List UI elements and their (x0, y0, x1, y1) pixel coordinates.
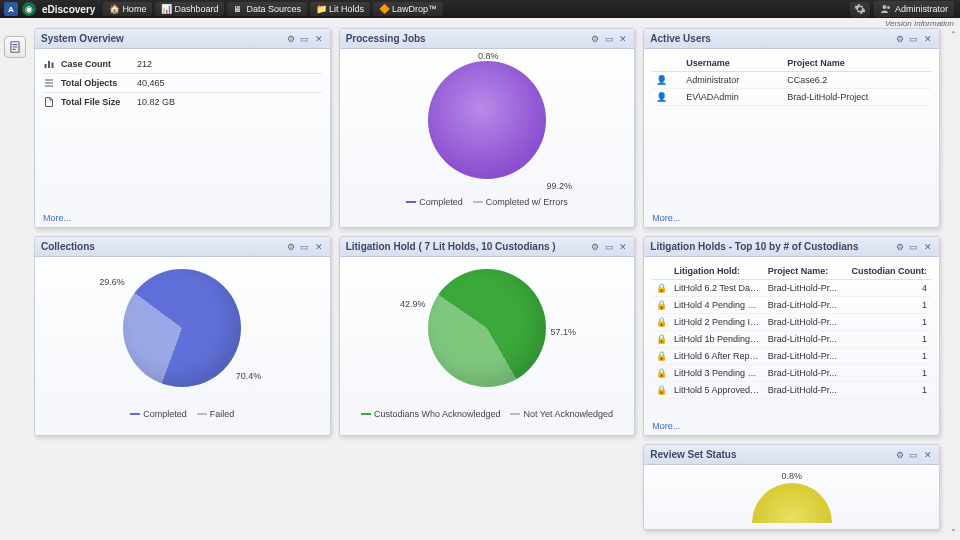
maximize-icon[interactable]: ▭ (909, 34, 919, 44)
processing-pie: 0.8% 99.2% (428, 61, 546, 179)
top10-table: Litigation Hold:Project Name:Custodian C… (652, 263, 931, 399)
refresh-icon[interactable]: ⚙ (590, 242, 600, 252)
svg-rect-4 (48, 61, 50, 68)
user-menu[interactable]: Administrator (874, 1, 954, 17)
table-row: 🔒LitHold 2 Pending IT Acknowledge...Brad… (652, 314, 931, 331)
table-row: 🔒LitHold 6.2 Test DashboardBrad-LitHold-… (652, 280, 931, 297)
svg-point-1 (887, 6, 890, 9)
lawdrop-icon: 🔶 (379, 4, 389, 14)
close-icon[interactable]: ✕ (618, 34, 628, 44)
user-icon: 👤 (656, 75, 666, 85)
more-link[interactable]: More... (652, 213, 680, 223)
close-icon[interactable]: ✕ (618, 242, 628, 252)
panel-active-users: Active Users ⚙▭✕ UsernameProject Name👤Ad… (643, 28, 940, 228)
dashboard-content: System Overview ⚙▭✕ Case Count212Total O… (34, 26, 950, 540)
panel-title: Review Set Status (650, 449, 736, 460)
svg-rect-5 (52, 63, 54, 69)
home-icon: 🏠 (109, 4, 119, 14)
lock-icon: 🔒 (656, 368, 665, 378)
main-nav: 🏠Home 📊Dashboard 🖥Data Sources 📁Lit Hold… (103, 0, 443, 18)
brand-area: A ◉ eDiscovery (0, 0, 95, 18)
more-link[interactable]: More... (43, 213, 71, 223)
panel-top10: Litigation Holds - Top 10 by # of Custod… (643, 236, 940, 436)
topbar-right: Administrator (850, 0, 960, 18)
table-row: 👤AdministratorCCase6.2 (652, 72, 931, 89)
panel-grid: System Overview ⚙▭✕ Case Count212Total O… (34, 26, 950, 532)
settings-button[interactable] (850, 2, 870, 17)
brand-text: eDiscovery (42, 4, 95, 15)
stat-row: Total File Size10.82 GB (43, 93, 322, 111)
maximize-icon[interactable]: ▭ (604, 34, 614, 44)
svg-rect-3 (45, 64, 47, 68)
nav-lit-holds[interactable]: 📁Lit Holds (310, 2, 370, 16)
maximize-icon[interactable]: ▭ (300, 242, 310, 252)
nav-lawdrop[interactable]: 🔶LawDrop™ (373, 2, 443, 16)
refresh-icon[interactable]: ⚙ (590, 34, 600, 44)
close-icon[interactable]: ✕ (314, 34, 324, 44)
logo-circle-icon: ◉ (22, 2, 36, 16)
lock-icon: 🔒 (656, 317, 665, 327)
panel-litigation-hold: Litigation Hold ( 7 Lit Holds, 10 Custod… (339, 236, 636, 436)
panel-title: Processing Jobs (346, 33, 426, 44)
maximize-icon[interactable]: ▭ (604, 242, 614, 252)
refresh-icon[interactable]: ⚙ (895, 450, 905, 460)
collections-pie: 29.6% 70.4% (123, 269, 241, 387)
table-row: 👤EV\ADAdminBrad-LitHold-Project (652, 89, 931, 106)
user-icon: 👤 (656, 92, 666, 102)
close-icon[interactable]: ✕ (923, 34, 933, 44)
gear-icon (854, 3, 866, 15)
more-link[interactable]: More... (652, 421, 680, 431)
refresh-icon[interactable]: ⚙ (286, 242, 296, 252)
stat-icon (43, 58, 55, 70)
close-icon[interactable]: ✕ (923, 450, 933, 460)
lock-icon: 🔒 (656, 385, 665, 395)
table-row: 🔒LitHold 1b Pending ApprovalBrad-LitHold… (652, 331, 931, 348)
maximize-icon[interactable]: ▭ (909, 242, 919, 252)
panel-title: Collections (41, 241, 95, 252)
stat-icon (43, 96, 55, 108)
table-row: 🔒LitHold 3 Pending Cust Acknowled...Brad… (652, 365, 931, 382)
active-users-table: UsernameProject Name👤AdministratorCCase6… (652, 55, 931, 106)
logo-badge: A (4, 2, 18, 16)
panel-review-set: Review Set Status ⚙▭✕ 0.8% (643, 444, 940, 530)
refresh-icon[interactable]: ⚙ (895, 242, 905, 252)
panel-collections: Collections ⚙▭✕ 29.6% 70.4% CompletedFai… (34, 236, 331, 436)
lithold-pie: 42.9% 57.1% (428, 269, 546, 387)
lock-icon: 🔒 (656, 351, 665, 361)
users-icon (880, 3, 892, 15)
stat-row: Total Objects40,465 (43, 74, 322, 93)
stat-icon (43, 77, 55, 89)
review-pie (752, 483, 832, 523)
panel-title: Active Users (650, 33, 711, 44)
topbar: A ◉ eDiscovery 🏠Home 📊Dashboard 🖥Data So… (0, 0, 960, 18)
nav-home[interactable]: 🏠Home (103, 2, 152, 16)
panel-title: Litigation Hold ( 7 Lit Holds, 10 Custod… (346, 241, 556, 252)
screen-icon: 🖥 (233, 4, 243, 14)
dashboard-icon: 📊 (161, 4, 171, 14)
maximize-icon[interactable]: ▭ (300, 34, 310, 44)
panel-title: System Overview (41, 33, 124, 44)
stat-row: Case Count212 (43, 55, 322, 74)
maximize-icon[interactable]: ▭ (909, 450, 919, 460)
refresh-icon[interactable]: ⚙ (895, 34, 905, 44)
left-sidebar (4, 36, 28, 58)
panel-processing-jobs: Processing Jobs ⚙▭✕ 0.8% 99.2% Completed… (339, 28, 636, 228)
lock-icon: 🔒 (656, 334, 665, 344)
panel-system-overview: System Overview ⚙▭✕ Case Count212Total O… (34, 28, 331, 228)
lock-icon: 🔒 (656, 300, 665, 310)
close-icon[interactable]: ✕ (314, 242, 324, 252)
refresh-icon[interactable]: ⚙ (286, 34, 296, 44)
svg-point-0 (882, 5, 886, 9)
reports-button[interactable] (4, 36, 26, 58)
nav-data-sources[interactable]: 🖥Data Sources (227, 2, 307, 16)
panel-title: Litigation Holds - Top 10 by # of Custod… (650, 241, 858, 252)
document-icon (8, 40, 22, 54)
table-row: 🔒LitHold 5 Approved and Acknowled...Brad… (652, 382, 931, 399)
nav-dashboard[interactable]: 📊Dashboard (155, 2, 224, 16)
lock-icon: 🔒 (656, 283, 665, 293)
close-icon[interactable]: ✕ (923, 242, 933, 252)
folder-icon: 📁 (316, 4, 326, 14)
table-row: 🔒LitHold 6 After Report Location Cha...B… (652, 348, 931, 365)
table-row: 🔒LitHold 4 Pending Both Acknowled...Brad… (652, 297, 931, 314)
